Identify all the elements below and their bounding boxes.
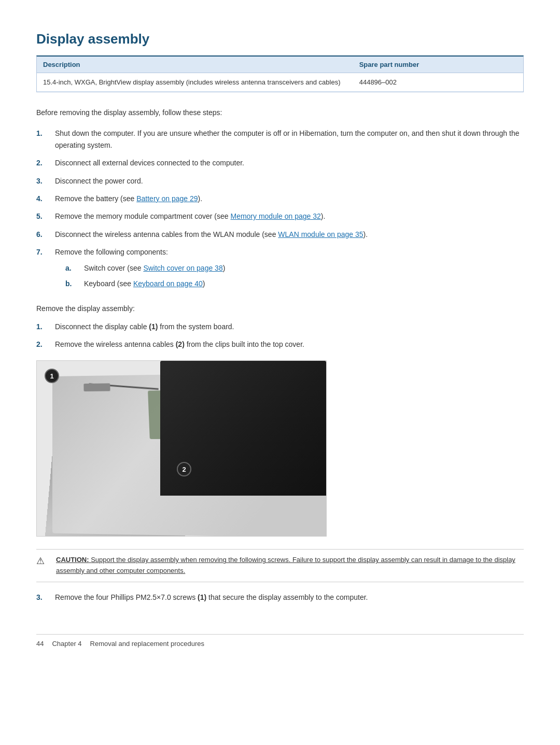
step-number: 2. (36, 339, 55, 350)
step-number: 1. (36, 128, 55, 139)
footer-chapter-text: Removal and replacement procedures (90, 640, 204, 648)
step-number: 4. (36, 193, 55, 204)
step-text: Remove the four Phillips PM2.5×7.0 screw… (55, 592, 524, 603)
final-step-list: 3. Remove the four Phillips PM2.5×7.0 sc… (36, 592, 524, 603)
list-item: 2. Disconnect all external devices conne… (36, 157, 524, 168)
list-item: 4. Remove the battery (see Battery on pa… (36, 193, 524, 204)
battery-link[interactable]: Battery on page 29 (136, 194, 198, 203)
step-text: Remove the wireless antenna cables (2) f… (55, 339, 524, 350)
section-label: Remove the display assembly: (36, 303, 524, 314)
step-text: Remove the battery (see Battery on page … (55, 193, 524, 204)
step-number: 3. (36, 175, 55, 187)
intro-text: Before removing the display assembly, fo… (36, 107, 524, 118)
step-text: Disconnect the wireless antenna cables f… (55, 229, 524, 240)
list-item: b. Keyboard (see Keyboard on page 40) (65, 278, 524, 289)
step-text: Remove the memory module compartment cov… (55, 210, 524, 222)
list-item: 2. Remove the wireless antenna cables (2… (36, 339, 524, 350)
parts-table-wrapper: Description Spare part number 15.4-inch,… (36, 55, 524, 92)
connector (83, 384, 110, 392)
caution-label: CAUTION: (56, 556, 89, 564)
prereq-steps-list: 1. Shut down the computer. If you are un… (36, 128, 524, 293)
keyboard-link[interactable]: Keyboard on page 40 (133, 279, 203, 288)
list-item: a. Switch cover (see Switch cover on pag… (65, 262, 524, 274)
page-title: Display assembly (36, 31, 524, 47)
step-number: 1. (36, 321, 55, 332)
col-part-number-header: Spare part number (353, 57, 523, 73)
step-number: 6. (36, 229, 55, 240)
list-item: 3. Remove the four Phillips PM2.5×7.0 sc… (36, 592, 524, 603)
removal-steps-list: 1. Disconnect the display cable (1) from… (36, 321, 524, 350)
footer-chapter: Chapter 4 (52, 640, 81, 648)
footer-page-num: 44 (36, 640, 44, 648)
part-number: 444896–002 (353, 73, 523, 92)
caution-box: ⚠ CAUTION: Support the display assembly … (36, 549, 524, 582)
list-item: 1. Shut down the computer. If you are un… (36, 128, 524, 151)
wlan-module-link[interactable]: WLAN module on page 35 (278, 230, 363, 238)
step-text: Disconnect the power cord. (55, 175, 524, 187)
step-number: 2. (36, 157, 55, 168)
switch-cover-link[interactable]: Switch cover on page 38 (143, 264, 222, 272)
step-text: Disconnect the display cable (1) from th… (55, 321, 524, 332)
list-item: 7. Remove the following components: a. S… (36, 246, 524, 293)
sub-step-letter: a. (65, 262, 84, 274)
step-text: Disconnect all external devices connecte… (55, 157, 524, 168)
page-content: Display assembly Description Spare part … (0, 0, 560, 679)
caution-text: CAUTION: Support the display assembly wh… (56, 555, 524, 577)
sub-steps-list: a. Switch cover (see Switch cover on pag… (65, 262, 524, 290)
list-item: 6. Disconnect the wireless antenna cable… (36, 229, 524, 240)
sub-step-text: Keyboard (see Keyboard on page 40) (84, 278, 205, 289)
list-item: 5. Remove the memory module compartment … (36, 210, 524, 222)
part-description: 15.4-inch, WXGA, BrightView display asse… (37, 73, 353, 92)
parts-table: Description Spare part number 15.4-inch,… (37, 57, 523, 92)
page-footer: 44 Chapter 4 Removal and replacement pro… (36, 634, 524, 648)
step-number: 7. (36, 246, 55, 258)
memory-module-link[interactable]: Memory module on page 32 (230, 212, 320, 220)
list-item: 3. Disconnect the power cord. (36, 175, 524, 187)
diagram-container: 1 2 (36, 360, 524, 537)
list-item: 1. Disconnect the display cable (1) from… (36, 321, 524, 332)
step-number: 5. (36, 210, 55, 222)
sub-step-text: Switch cover (see Switch cover on page 3… (84, 262, 225, 274)
step-text: Shut down the computer. If you are unsur… (55, 128, 524, 151)
laptop-diagram: 1 2 (36, 360, 327, 537)
col-description-header: Description (37, 57, 353, 73)
step-text: Remove the following components: a. Swit… (55, 246, 524, 293)
caution-icon: ⚠ (36, 555, 51, 567)
sub-step-letter: b. (65, 278, 84, 289)
step-number: 3. (36, 592, 55, 603)
table-row: 15.4-inch, WXGA, BrightView display asse… (37, 73, 523, 92)
